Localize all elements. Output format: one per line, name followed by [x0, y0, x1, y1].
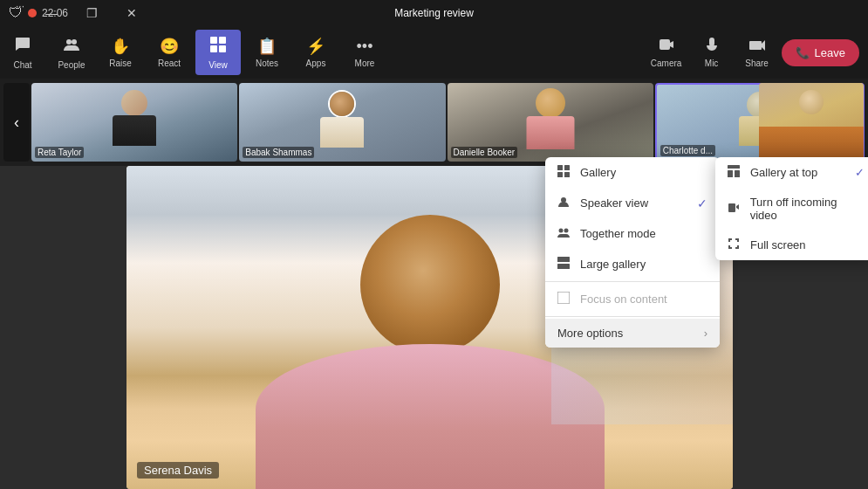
svg-rect-18 — [728, 165, 740, 169]
svg-rect-10 — [557, 172, 563, 177]
gallery-icon — [557, 165, 571, 180]
turn-off-incoming-icon — [728, 202, 742, 217]
close-button[interactable]: ✕ — [112, 0, 152, 26]
more-button[interactable]: ••• More — [342, 30, 387, 75]
menu-large-gallery-label: Large gallery — [580, 258, 646, 271]
submenu-full-screen[interactable]: Full screen — [715, 230, 868, 260]
notes-label: Notes — [256, 59, 278, 68]
title-bar-center: Marketing review — [394, 7, 474, 19]
share-icon — [748, 37, 766, 56]
view-button[interactable]: View — [195, 30, 241, 75]
thumbnail-0: Reta Taylor — [31, 83, 237, 162]
thumbnail-2: Danielle Booker — [448, 83, 653, 162]
chat-button[interactable]: Chat — [0, 30, 45, 75]
thumbnail-row: ‹ Reta Taylor Babak Shammas Danielle Boo… — [0, 79, 868, 166]
thumbnail-label-0: Reta Taylor — [35, 147, 84, 158]
react-icon: 😊 — [160, 37, 179, 56]
leave-button[interactable]: 📞 Leave — [782, 39, 859, 66]
meeting-time: 22:06 — [42, 7, 68, 19]
menu-speaker[interactable]: Speaker view ✓ — [545, 188, 720, 218]
submenu-full-screen-label: Full screen — [750, 238, 806, 251]
notes-button[interactable]: 📋 Notes — [244, 30, 290, 75]
menu-focus: Focus on content — [545, 284, 720, 314]
sub-menu: Gallery at top ✓ Turn off incoming video… — [715, 157, 868, 260]
menu-large-gallery[interactable]: Large gallery — [545, 249, 720, 279]
view-icon — [209, 36, 227, 58]
react-button[interactable]: 😊 React — [147, 30, 192, 75]
leave-label: Leave — [815, 46, 845, 59]
apps-button[interactable]: ⚡ Apps — [293, 30, 338, 75]
menu-together[interactable]: Together mode — [545, 218, 720, 249]
chat-icon — [14, 36, 31, 58]
submenu-turn-off-label: Turn off incoming video — [750, 196, 865, 222]
large-gallery-icon — [557, 257, 571, 272]
svg-rect-3 — [219, 37, 226, 44]
toolbar-left: Chat People ✋ Raise 😊 React View 📋 Notes — [0, 30, 387, 75]
people-button[interactable]: People — [49, 30, 94, 75]
toolbar: Chat People ✋ Raise 😊 React View 📋 Notes — [0, 26, 868, 79]
thumbnail-label-1: Babak Shammas — [243, 147, 314, 158]
main-content: ‹ Reta Taylor Babak Shammas Danielle Boo… — [0, 79, 868, 489]
camera-button[interactable]: Camera — [646, 30, 687, 75]
svg-rect-19 — [728, 170, 733, 177]
shield-icon: 🛡 — [9, 5, 23, 21]
svg-rect-20 — [735, 170, 740, 177]
speaker-icon — [557, 196, 571, 210]
people-icon — [63, 36, 80, 58]
submenu-gallery-top[interactable]: Gallery at top ✓ — [715, 157, 868, 188]
raise-button[interactable]: ✋ Raise — [98, 30, 143, 75]
view-label: View — [208, 60, 228, 70]
mic-label: Mic — [705, 59, 719, 68]
record-indicator — [28, 9, 37, 17]
svg-rect-8 — [557, 165, 563, 170]
menu-gallery-label: Gallery — [580, 166, 616, 179]
menu-gallery[interactable]: Gallery — [545, 157, 720, 188]
gallery-top-icon — [728, 165, 742, 180]
mic-icon — [703, 37, 721, 56]
menu-speaker-label: Speaker view — [580, 196, 648, 210]
apps-label: Apps — [306, 59, 326, 68]
full-screen-icon — [728, 238, 742, 252]
svg-rect-16 — [557, 264, 570, 269]
svg-point-1 — [72, 39, 77, 45]
svg-rect-15 — [557, 257, 570, 262]
svg-rect-9 — [564, 165, 570, 170]
more-icon: ••• — [357, 38, 373, 56]
thumb-prev-button[interactable]: ‹ — [3, 83, 30, 162]
thumbnail-label-2: Danielle Booker — [451, 147, 518, 158]
mic-button[interactable]: Mic — [691, 30, 733, 75]
notes-icon: 📋 — [257, 37, 277, 56]
share-label: Share — [745, 59, 769, 68]
svg-rect-2 — [210, 37, 217, 44]
apps-icon: ⚡ — [306, 37, 325, 56]
chat-label: Chat — [13, 60, 31, 70]
camera-label: Camera — [651, 59, 682, 68]
svg-point-14 — [564, 229, 569, 233]
menu-together-label: Together mode — [580, 227, 656, 240]
leave-phone-icon: 📞 — [796, 46, 810, 59]
submenu-arrow-icon: › — [704, 327, 707, 340]
share-button[interactable]: Share — [736, 30, 778, 75]
menu-more-options[interactable]: More options › — [545, 319, 720, 348]
svg-rect-5 — [219, 45, 226, 52]
more-label: More — [355, 59, 375, 68]
svg-point-13 — [559, 229, 564, 233]
menu-divider-2 — [545, 316, 720, 317]
title-bar: 🛡 22:06 Marketing review ··· — ❐ ✕ — [0, 0, 868, 26]
menu-focus-label: Focus on content — [580, 293, 667, 306]
speaker-check-icon: ✓ — [697, 196, 707, 210]
svg-rect-4 — [210, 45, 217, 52]
svg-rect-17 — [557, 292, 570, 304]
react-label: React — [158, 59, 181, 68]
main-speaker-label: Serena Davis — [137, 462, 219, 479]
raise-icon: ✋ — [111, 37, 130, 56]
submenu-gallery-top-label: Gallery at top — [750, 166, 817, 179]
submenu-turn-off-incoming[interactable]: Turn off incoming video — [715, 188, 868, 230]
focus-icon — [557, 292, 571, 306]
thumbnail-label-3: Charlotte d... — [660, 145, 715, 156]
restore-button[interactable]: ❐ — [72, 0, 112, 26]
meeting-title: Marketing review — [394, 7, 474, 19]
media-controls: Camera Mic Share 📞 Leave — [646, 30, 859, 75]
svg-rect-7 — [749, 41, 762, 50]
menu-divider-1 — [545, 281, 720, 282]
